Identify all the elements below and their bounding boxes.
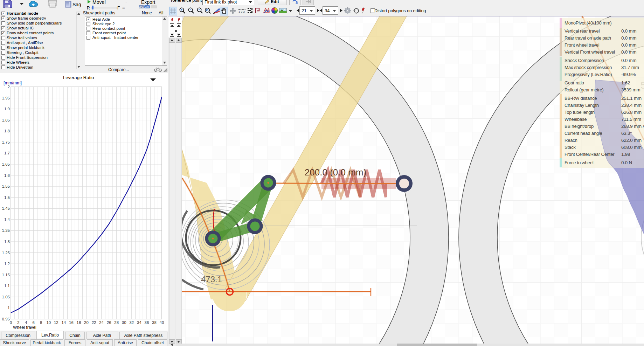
svg-text:1.25: 1.25 xyxy=(2,251,10,255)
svg-text:4: 4 xyxy=(25,320,27,325)
svg-text:16: 16 xyxy=(69,320,74,325)
svg-text:Wheelbase: Wheelbase xyxy=(565,117,587,122)
svg-text:-99.9%: -99.9% xyxy=(621,72,636,77)
svg-text:0.0 mm: 0.0 mm xyxy=(621,35,636,41)
svg-text:38: 38 xyxy=(152,320,157,325)
svg-text:28: 28 xyxy=(114,320,119,325)
svg-text:Wheel travel: Wheel travel xyxy=(13,325,36,330)
svg-text:Vertical Front wheel travel: Vertical Front wheel travel xyxy=(565,49,615,55)
svg-text:Chainstay Length: Chainstay Length xyxy=(565,103,599,108)
svg-text:0.95: 0.95 xyxy=(2,317,10,321)
svg-text:Max shock compression: Max shock compression xyxy=(565,65,612,70)
svg-text:40: 40 xyxy=(160,320,164,325)
svg-text:1.05: 1.05 xyxy=(2,295,10,299)
svg-text:268.9 mm /: 268.9 mm / xyxy=(621,124,644,129)
svg-text:Progressivity (Lev.Ratio): Progressivity (Lev.Ratio) xyxy=(565,72,612,77)
svg-text:34: 34 xyxy=(137,320,141,325)
svg-text:10: 10 xyxy=(46,320,51,325)
svg-text:1 2 3: 1 2 3 xyxy=(238,10,245,13)
svg-text:Front Center/Rear Center: Front Center/Rear Center xyxy=(565,152,615,157)
svg-text:Rollout (gear metre): Rollout (gear metre) xyxy=(565,87,603,92)
svg-text:1.98: 1.98 xyxy=(621,152,630,157)
svg-text:1.1: 1.1 xyxy=(4,284,10,288)
svg-text:0.0 mm: 0.0 mm xyxy=(621,58,636,63)
svg-text:1.7: 1.7 xyxy=(4,151,10,155)
svg-text:238.4 mm: 238.4 mm xyxy=(621,103,642,108)
svg-text:Gear ratio: Gear ratio xyxy=(565,80,584,85)
svg-text:Front wheel travel: Front wheel travel xyxy=(565,42,600,48)
svg-text:24: 24 xyxy=(99,320,104,325)
svg-text:622.0 mm: 622.0 mm xyxy=(621,138,642,143)
svg-text:0.0 N: 0.0 N xyxy=(621,160,632,165)
svg-text:0: 0 xyxy=(10,320,12,325)
svg-text:Current head angle: Current head angle xyxy=(565,131,602,136)
svg-text:3539 mm: 3539 mm xyxy=(621,87,640,92)
svg-text:1.55: 1.55 xyxy=(2,184,10,188)
svg-text:1.65: 1.65 xyxy=(2,162,10,166)
svg-text:251.1 mm: 251.1 mm xyxy=(621,96,642,101)
svg-text:Rear travel on axle path: Rear travel on axle path xyxy=(565,35,611,41)
svg-text:1.45: 1.45 xyxy=(2,206,10,210)
svg-text:1.75: 1.75 xyxy=(2,140,10,144)
svg-text:711.5 mm: 711.5 mm xyxy=(621,117,641,122)
svg-text:63.3°: 63.3° xyxy=(621,131,632,136)
svg-text:1.2: 1.2 xyxy=(4,262,10,266)
svg-text:1.4: 1.4 xyxy=(4,217,10,222)
svg-text:200.0 (0.0 mm): 200.0 (0.0 mm) xyxy=(305,167,366,178)
svg-text:Reach: Reach xyxy=(565,138,577,143)
svg-text:1.5: 1.5 xyxy=(4,195,10,200)
svg-text:0.0 mm: 0.0 mm xyxy=(621,42,636,48)
svg-text:26: 26 xyxy=(107,320,111,325)
svg-text:1.8: 1.8 xyxy=(4,129,10,133)
svg-text:22: 22 xyxy=(92,320,96,325)
svg-text:1.3: 1.3 xyxy=(4,240,10,244)
svg-text:8: 8 xyxy=(40,320,42,325)
svg-text:Shock Compression: Shock Compression xyxy=(565,58,604,63)
svg-text:32: 32 xyxy=(129,320,134,325)
svg-text:MonoPivot (40/100 mm): MonoPivot (40/100 mm) xyxy=(565,20,611,26)
svg-text:30: 30 xyxy=(122,320,126,325)
svg-text:BB-RW distance: BB-RW distance xyxy=(565,96,597,101)
svg-text:12: 12 xyxy=(54,320,58,325)
svg-text:6: 6 xyxy=(32,320,34,325)
svg-text:1.62: 1.62 xyxy=(621,80,630,85)
svg-text:1.15: 1.15 xyxy=(2,273,10,277)
svg-text:1.9: 1.9 xyxy=(4,107,10,111)
svg-text:Top tube length: Top tube length xyxy=(565,110,595,115)
svg-text:Stack: Stack xyxy=(565,145,576,150)
svg-text:1.95: 1.95 xyxy=(2,96,10,100)
svg-text:1.35: 1.35 xyxy=(2,228,10,233)
svg-text:608.0 mm: 608.0 mm xyxy=(621,145,642,150)
svg-text:2: 2 xyxy=(8,85,10,89)
svg-text:1.85: 1.85 xyxy=(2,118,10,122)
svg-text:18: 18 xyxy=(77,320,81,325)
svg-text:2: 2 xyxy=(17,320,19,325)
svg-text:0.0 mm: 0.0 mm xyxy=(621,28,636,34)
svg-text:20: 20 xyxy=(84,320,89,325)
svg-text:14: 14 xyxy=(61,320,66,325)
svg-text:626.8 mm: 626.8 mm xyxy=(621,110,642,115)
svg-text:36: 36 xyxy=(145,320,149,325)
svg-text:0.0 mm: 0.0 mm xyxy=(621,49,636,55)
svg-text:1.6: 1.6 xyxy=(4,173,10,178)
svg-text:Vertical rear travel: Vertical rear travel xyxy=(565,28,600,34)
svg-text:Force to wheel: Force to wheel xyxy=(565,160,594,165)
svg-text:BB height/drop: BB height/drop xyxy=(565,124,594,129)
svg-text:31.7 mm: 31.7 mm xyxy=(621,65,639,70)
svg-text:473.1: 473.1 xyxy=(201,275,222,284)
svg-text:1: 1 xyxy=(8,306,10,310)
